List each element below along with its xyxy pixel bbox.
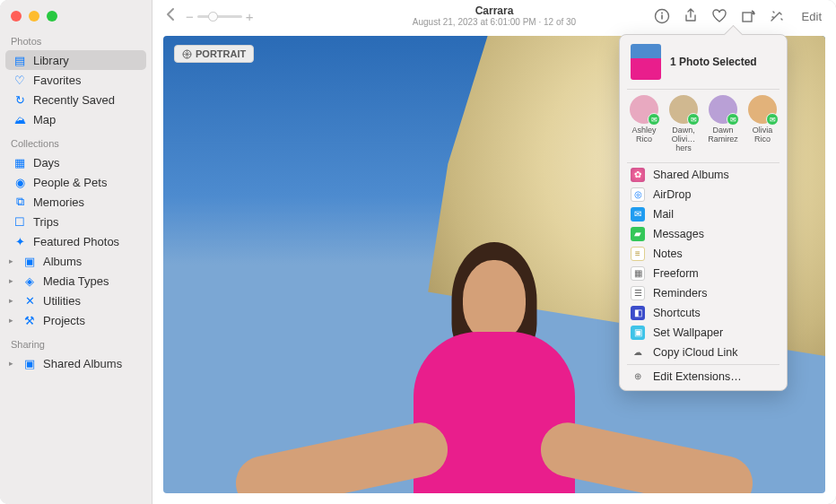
sidebar-item-label: Shared Albums [43,357,122,370]
sidebar-item-label: Memories [33,196,84,209]
share-notes[interactable]: ≡Notes [620,244,787,264]
sidebar-item-media-types[interactable]: ▸ ◈ Media Types [5,271,146,291]
share-item-label: AirDrop [653,188,691,201]
sidebar-item-projects[interactable]: ▸ ⚒ Projects [5,310,146,330]
sidebar-item-albums[interactable]: ▸ ▣ Albums [5,251,146,271]
heart-icon: ♡ [13,73,27,87]
close-window-button[interactable] [11,11,22,22]
fullscreen-window-button[interactable] [47,11,57,22]
sidebar-item-people-pets[interactable]: ◉ People & Pets [5,172,146,192]
avatar: ✉ [630,95,658,124]
share-contact[interactable]: ✉ Dawn, Olivi…hers [666,95,701,153]
portrait-badge[interactable]: PORTRAIT [174,45,254,63]
share-contact[interactable]: ✉ Olivia Rico [745,95,779,153]
cloud-icon: ☁ [631,345,645,360]
sidebar-item-memories[interactable]: ⧉ Memories [5,192,146,212]
minimize-window-button[interactable] [29,11,39,22]
sidebar-item-label: Trips [33,215,58,229]
wrench-icon: ✕ [22,293,37,308]
rotate-button[interactable] [739,7,757,25]
sidebar-item-label: Favorites [33,74,81,87]
svg-point-1 [661,13,663,14]
chevron-right-icon: ▸ [9,359,18,368]
share-item-label: Mail [653,208,674,221]
photo-subtitle: August 21, 2023 at 6:01:00 PM · 12 of 30 [413,17,576,28]
share-item-label: Messages [653,228,704,240]
sidebar-item-label: Featured Photos [33,235,119,248]
sidebar-item-days[interactable]: ▦ Days [5,152,146,172]
share-shared-albums[interactable]: ✿Shared Albums [620,165,787,185]
sidebar-item-label: Utilities [43,294,81,308]
sidebar-item-label: Projects [43,314,85,327]
hammer-icon: ⚒ [22,313,37,327]
people-icon: ◉ [13,175,27,189]
share-shortcuts[interactable]: ◧Shortcuts [620,303,787,323]
share-popover: 1 Photo Selected ✉ Ashley Rico ✉ Dawn, O… [619,34,788,391]
share-airdrop[interactable]: ◎AirDrop [620,185,787,204]
zoom-out-icon[interactable]: − [186,9,194,24]
sidebar-item-recently-saved[interactable]: ↻ Recently Saved [5,90,146,109]
share-edit-extensions[interactable]: ⊕Edit Extensions… [620,367,787,387]
window-controls [0,0,152,34]
shared-album-icon: ▣ [22,356,37,370]
info-button[interactable] [653,7,671,25]
svg-rect-3 [743,13,752,22]
sidebar-item-label: Library [33,54,69,67]
sidebar-item-trips[interactable]: ☐ Trips [5,212,146,231]
chevron-right-icon: ▸ [9,276,18,285]
map-icon: ⛰ [13,112,27,126]
section-photos-label: Photos [0,34,152,48]
share-item-label: Reminders [653,287,707,300]
main-content: − + Carrara August 21, 2023 at 6:01:00 P… [152,0,836,504]
contact-name: Dawn Ramirez [706,126,740,144]
share-item-label: Shortcuts [653,307,701,319]
share-mail[interactable]: ✉Mail [620,204,787,224]
badge-label: PORTRAIT [196,48,246,59]
aperture-icon [182,49,192,59]
share-reminders[interactable]: ☰Reminders [620,283,787,303]
sidebar-item-shared-albums[interactable]: ▸ ▣ Shared Albums [5,353,146,373]
sidebar-item-map[interactable]: ⛰ Map [5,109,146,129]
share-copy-icloud-link[interactable]: ☁Copy iCloud Link [620,343,787,362]
share-thumbnail [631,44,661,80]
zoom-slider[interactable]: − + [186,9,254,24]
sidebar-item-library[interactable]: ▤ Library [5,50,146,70]
sidebar-item-utilities[interactable]: ▸ ✕ Utilities [5,291,146,310]
freeform-icon: ▦ [631,266,645,281]
sidebar-item-label: Media Types [43,274,109,288]
shortcuts-icon: ◧ [631,306,645,320]
sidebar-item-label: People & Pets [33,176,107,189]
share-freeform[interactable]: ▦Freeform [620,264,787,283]
contact-name: Olivia Rico [745,126,779,144]
share-item-label: Shared Albums [653,169,729,181]
share-item-label: Notes [653,248,683,260]
zoom-in-icon[interactable]: + [246,9,254,24]
back-button[interactable] [161,7,179,25]
suitcase-icon: ☐ [13,214,27,229]
media-icon: ◈ [22,274,37,288]
mail-icon: ✉ [631,207,645,222]
share-messages[interactable]: ▰Messages [620,224,787,244]
sidebar-item-label: Days [33,156,60,169]
notes-icon: ≡ [631,247,645,261]
avatar: ✉ [709,95,737,124]
share-item-label: Set Wallpaper [653,326,723,339]
photo-stack-icon: ▤ [13,53,27,67]
reminders-icon: ☰ [631,286,645,300]
shared-albums-icon: ✿ [631,168,645,182]
share-set-wallpaper[interactable]: ▣Set Wallpaper [620,323,787,343]
share-contact[interactable]: ✉ Ashley Rico [627,95,661,153]
sidebar-item-featured-photos[interactable]: ✦ Featured Photos [5,231,146,251]
auto-enhance-button[interactable] [768,7,786,25]
share-contact[interactable]: ✉ Dawn Ramirez [706,95,740,153]
sidebar-item-favorites[interactable]: ♡ Favorites [5,70,146,90]
share-button[interactable] [682,7,700,25]
favorite-button[interactable] [710,7,728,25]
svg-rect-2 [661,15,663,20]
chevron-right-icon: ▸ [9,296,18,305]
edit-button[interactable]: Edit [797,8,827,25]
contact-name: Ashley Rico [627,126,661,144]
chevron-right-icon: ▸ [9,256,18,265]
share-item-label: Copy iCloud Link [653,346,738,359]
sidebar-item-label: Map [33,113,56,126]
